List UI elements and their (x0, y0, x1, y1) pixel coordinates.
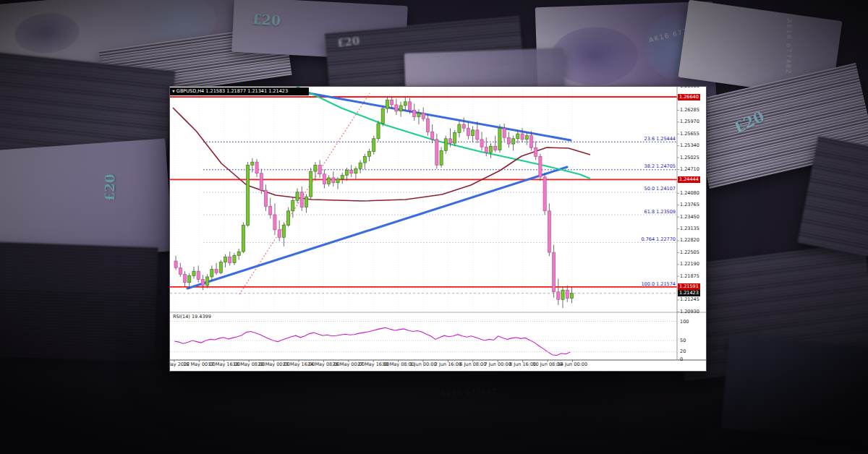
fib-level-label: 23.6 1.25444 (644, 137, 676, 142)
price-axis-label: 1.25025 (680, 155, 699, 160)
rsi-axis-label: 0 (680, 357, 683, 362)
rsi-pane[interactable] (174, 327, 570, 356)
price-axis-label: 1.23135 (680, 226, 699, 231)
price-axis-label: 1.26285 (680, 108, 699, 113)
fib-level-label: 61.8 1.23509 (644, 210, 676, 215)
symbol-ohlc-text: GBPUSD,H4 1.21583 1.21877 1.21341 1.2142… (176, 88, 288, 94)
rsi-axis-label: 50 (680, 338, 686, 343)
price-axis-label: 1.24710 (680, 167, 699, 172)
pound-20-label: £20 (102, 174, 118, 202)
chart-canvas[interactable] (170, 87, 706, 371)
price-axis-label: 1.24080 (680, 191, 699, 196)
price-axis-label: 1.25340 (680, 143, 699, 148)
price-axis-label: 1.22505 (680, 250, 699, 255)
price-axis-label: 1.20930 (680, 309, 699, 314)
pound-20-label: £20 (731, 107, 767, 137)
price-axis-label: 1.22820 (680, 238, 699, 243)
time-axis-label: 14 Jun 00:00 (552, 362, 592, 367)
price-axis-label: 1.26915 (680, 86, 699, 89)
pound-20-label: £20 (252, 11, 281, 29)
line-price-marker: 1.21591 (678, 283, 700, 290)
fib-level-label: 0.764 1.22770 (641, 237, 676, 242)
fib-level-label: 100.0 1.21574 (641, 282, 676, 287)
chevron-down-icon[interactable]: ▼ (172, 89, 175, 93)
price-axis-label: 1.25970 (680, 119, 699, 124)
pound-20-label: £20 (336, 34, 360, 50)
banknote-print (13, 10, 81, 56)
serial-number-label: AK16 677482 (785, 19, 793, 74)
chart-symbol-title: ▼GBPUSD,H4 1.21583 1.21877 1.21341 1.214… (170, 87, 309, 95)
fib-level-label: 38.2 1.24705 (644, 164, 676, 169)
line-price-marker: 1.24444 (678, 176, 700, 183)
bid-price-marker: 1.21423 (678, 290, 700, 296)
price-axis-label: 1.22190 (680, 262, 699, 267)
price-axis-label: 1.23765 (680, 202, 699, 207)
price-axis-label: 1.23450 (680, 215, 699, 220)
price-axis-label: 1.21245 (680, 297, 699, 302)
line-price-marker: 1.26640 (678, 94, 700, 100)
banknote (721, 335, 868, 442)
price-axis-label: 1.21875 (680, 274, 699, 279)
trading-chart-window[interactable]: ▼GBPUSD,H4 1.21583 1.21877 1.21341 1.214… (169, 86, 707, 372)
price-axis-label: 1.25655 (680, 132, 699, 137)
rsi-axis-label: 20 (680, 349, 686, 354)
rsi-indicator-label: RSI(14) 19.4399 (173, 314, 211, 320)
fib-level-label: 50.0 1.24107 (644, 187, 676, 192)
main-pane[interactable] (170, 87, 677, 312)
rsi-axis-label: 100 (680, 320, 689, 325)
